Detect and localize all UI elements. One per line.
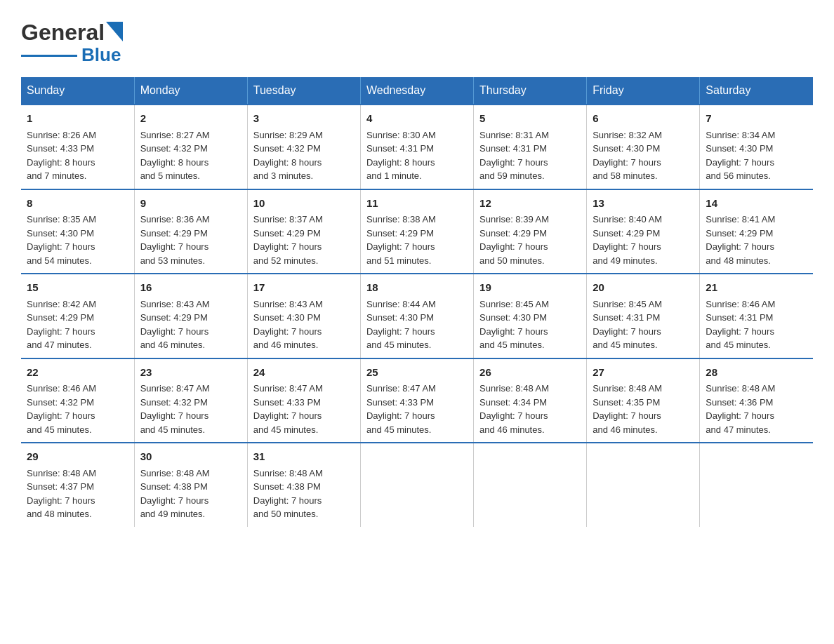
calendar-cell — [587, 443, 700, 527]
calendar-cell: 1Sunrise: 8:26 AMSunset: 4:33 PMDaylight… — [21, 105, 134, 189]
calendar-week-5: 29Sunrise: 8:48 AMSunset: 4:37 PMDayligh… — [21, 443, 813, 527]
day-number: 22 — [27, 365, 128, 381]
calendar-cell: 29Sunrise: 8:48 AMSunset: 4:37 PMDayligh… — [21, 443, 134, 527]
logo: General Blue — [21, 20, 123, 66]
day-number: 25 — [366, 365, 468, 381]
calendar-cell: 20Sunrise: 8:45 AMSunset: 4:31 PMDayligh… — [587, 274, 700, 358]
calendar-table: SundayMondayTuesdayWednesdayThursdayFrid… — [21, 77, 813, 527]
day-number: 12 — [479, 196, 581, 212]
calendar-header-row: SundayMondayTuesdayWednesdayThursdayFrid… — [21, 77, 813, 105]
calendar-cell: 5Sunrise: 8:31 AMSunset: 4:31 PMDaylight… — [474, 105, 587, 189]
day-number: 6 — [593, 111, 694, 127]
day-number: 5 — [479, 111, 581, 127]
day-number: 20 — [593, 280, 694, 296]
calendar-cell: 3Sunrise: 8:29 AMSunset: 4:32 PMDaylight… — [247, 105, 360, 189]
calendar-cell: 17Sunrise: 8:43 AMSunset: 4:30 PMDayligh… — [247, 274, 360, 358]
day-info: Sunrise: 8:36 AMSunset: 4:29 PMDaylight:… — [140, 214, 210, 266]
svg-marker-0 — [106, 22, 123, 41]
day-info: Sunrise: 8:46 AMSunset: 4:32 PMDaylight:… — [27, 383, 96, 435]
calendar-cell: 25Sunrise: 8:47 AMSunset: 4:33 PMDayligh… — [360, 358, 473, 443]
day-number: 16 — [140, 280, 241, 296]
day-number: 19 — [479, 280, 581, 296]
calendar-cell: 12Sunrise: 8:39 AMSunset: 4:29 PMDayligh… — [474, 189, 587, 274]
day-info: Sunrise: 8:30 AMSunset: 4:31 PMDaylight:… — [366, 130, 436, 182]
day-info: Sunrise: 8:48 AMSunset: 4:36 PMDaylight:… — [706, 383, 775, 435]
calendar-cell: 14Sunrise: 8:41 AMSunset: 4:29 PMDayligh… — [700, 189, 813, 274]
day-number: 27 — [593, 365, 694, 381]
day-info: Sunrise: 8:48 AMSunset: 4:35 PMDaylight:… — [593, 383, 662, 435]
day-info: Sunrise: 8:31 AMSunset: 4:31 PMDaylight:… — [479, 130, 549, 182]
day-info: Sunrise: 8:29 AMSunset: 4:32 PMDaylight:… — [253, 130, 323, 182]
calendar-cell: 18Sunrise: 8:44 AMSunset: 4:30 PMDayligh… — [360, 274, 473, 358]
day-info: Sunrise: 8:48 AMSunset: 4:38 PMDaylight:… — [140, 468, 210, 520]
calendar-week-3: 15Sunrise: 8:42 AMSunset: 4:29 PMDayligh… — [21, 274, 813, 358]
day-info: Sunrise: 8:39 AMSunset: 4:29 PMDaylight:… — [479, 214, 549, 266]
calendar-cell: 30Sunrise: 8:48 AMSunset: 4:38 PMDayligh… — [134, 443, 247, 527]
calendar-cell: 13Sunrise: 8:40 AMSunset: 4:29 PMDayligh… — [587, 189, 700, 274]
logo-general: General — [21, 20, 105, 46]
day-header-saturday: Saturday — [700, 77, 813, 105]
day-info: Sunrise: 8:45 AMSunset: 4:30 PMDaylight:… — [479, 299, 549, 351]
calendar-cell: 19Sunrise: 8:45 AMSunset: 4:30 PMDayligh… — [474, 274, 587, 358]
calendar-cell: 26Sunrise: 8:48 AMSunset: 4:34 PMDayligh… — [474, 358, 587, 443]
day-number: 23 — [140, 365, 241, 381]
calendar-cell: 4Sunrise: 8:30 AMSunset: 4:31 PMDaylight… — [360, 105, 473, 189]
calendar-cell: 16Sunrise: 8:43 AMSunset: 4:29 PMDayligh… — [134, 274, 247, 358]
calendar-week-2: 8Sunrise: 8:35 AMSunset: 4:30 PMDaylight… — [21, 189, 813, 274]
day-number: 15 — [27, 280, 128, 296]
day-info: Sunrise: 8:32 AMSunset: 4:30 PMDaylight:… — [593, 130, 662, 182]
day-header-sunday: Sunday — [21, 77, 134, 105]
day-number: 26 — [479, 365, 581, 381]
day-number: 17 — [253, 280, 355, 296]
day-info: Sunrise: 8:27 AMSunset: 4:32 PMDaylight:… — [140, 130, 210, 182]
day-info: Sunrise: 8:48 AMSunset: 4:38 PMDaylight:… — [253, 468, 323, 520]
calendar-cell: 21Sunrise: 8:46 AMSunset: 4:31 PMDayligh… — [700, 274, 813, 358]
calendar-cell: 24Sunrise: 8:47 AMSunset: 4:33 PMDayligh… — [247, 358, 360, 443]
day-info: Sunrise: 8:43 AMSunset: 4:30 PMDaylight:… — [253, 299, 323, 351]
day-info: Sunrise: 8:38 AMSunset: 4:29 PMDaylight:… — [366, 214, 436, 266]
calendar-week-1: 1Sunrise: 8:26 AMSunset: 4:33 PMDaylight… — [21, 105, 813, 189]
day-number: 21 — [706, 280, 807, 296]
day-info: Sunrise: 8:47 AMSunset: 4:33 PMDaylight:… — [366, 383, 436, 435]
day-number: 7 — [706, 111, 807, 127]
day-info: Sunrise: 8:35 AMSunset: 4:30 PMDaylight:… — [27, 214, 96, 266]
day-number: 18 — [366, 280, 468, 296]
calendar-cell: 6Sunrise: 8:32 AMSunset: 4:30 PMDaylight… — [587, 105, 700, 189]
day-header-thursday: Thursday — [474, 77, 587, 105]
calendar-cell: 22Sunrise: 8:46 AMSunset: 4:32 PMDayligh… — [21, 358, 134, 443]
day-number: 2 — [140, 111, 241, 127]
calendar-cell: 15Sunrise: 8:42 AMSunset: 4:29 PMDayligh… — [21, 274, 134, 358]
day-header-monday: Monday — [134, 77, 247, 105]
calendar-cell — [700, 443, 813, 527]
calendar-cell: 31Sunrise: 8:48 AMSunset: 4:38 PMDayligh… — [247, 443, 360, 527]
day-info: Sunrise: 8:46 AMSunset: 4:31 PMDaylight:… — [706, 299, 775, 351]
calendar-cell: 10Sunrise: 8:37 AMSunset: 4:29 PMDayligh… — [247, 189, 360, 274]
day-header-friday: Friday — [587, 77, 700, 105]
logo-triangle-icon — [106, 22, 123, 41]
calendar-cell: 27Sunrise: 8:48 AMSunset: 4:35 PMDayligh… — [587, 358, 700, 443]
day-info: Sunrise: 8:34 AMSunset: 4:30 PMDaylight:… — [706, 130, 775, 182]
day-info: Sunrise: 8:44 AMSunset: 4:30 PMDaylight:… — [366, 299, 436, 351]
day-info: Sunrise: 8:40 AMSunset: 4:29 PMDaylight:… — [593, 214, 662, 266]
day-info: Sunrise: 8:37 AMSunset: 4:29 PMDaylight:… — [253, 214, 323, 266]
day-info: Sunrise: 8:47 AMSunset: 4:33 PMDaylight:… — [253, 383, 323, 435]
day-number: 9 — [140, 196, 241, 212]
logo-blue: Blue — [81, 44, 121, 66]
day-number: 28 — [706, 365, 807, 381]
calendar-cell: 11Sunrise: 8:38 AMSunset: 4:29 PMDayligh… — [360, 189, 473, 274]
day-number: 14 — [706, 196, 807, 212]
day-number: 4 — [366, 111, 468, 127]
day-info: Sunrise: 8:48 AMSunset: 4:37 PMDaylight:… — [27, 468, 96, 520]
day-number: 3 — [253, 111, 355, 127]
calendar-cell — [360, 443, 473, 527]
day-number: 24 — [253, 365, 355, 381]
day-number: 10 — [253, 196, 355, 212]
day-info: Sunrise: 8:45 AMSunset: 4:31 PMDaylight:… — [593, 299, 662, 351]
day-info: Sunrise: 8:42 AMSunset: 4:29 PMDaylight:… — [27, 299, 96, 351]
day-header-tuesday: Tuesday — [247, 77, 360, 105]
calendar-cell: 23Sunrise: 8:47 AMSunset: 4:32 PMDayligh… — [134, 358, 247, 443]
day-header-wednesday: Wednesday — [360, 77, 473, 105]
day-number: 8 — [27, 196, 128, 212]
day-info: Sunrise: 8:43 AMSunset: 4:29 PMDaylight:… — [140, 299, 210, 351]
day-number: 29 — [27, 449, 128, 465]
